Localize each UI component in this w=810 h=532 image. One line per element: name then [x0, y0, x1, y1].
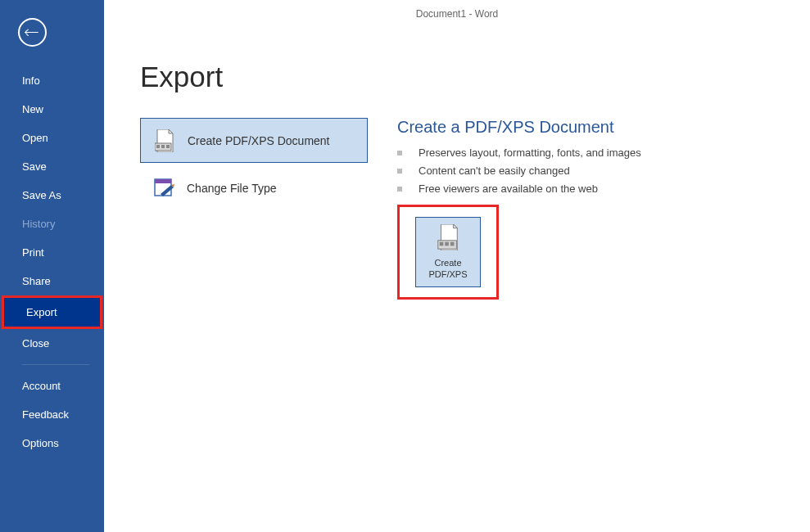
sidebar-item-share[interactable]: Share	[0, 267, 104, 295]
backstage-sidebar: 🡐 Info New Open Save Save As History Pri…	[0, 0, 104, 532]
sidebar-item-options[interactable]: Options	[0, 429, 104, 458]
detail-heading: Create a PDF/XPS Document	[397, 118, 641, 137]
sidebar-item-feedback[interactable]: Feedback	[0, 400, 104, 429]
svg-rect-3	[166, 145, 170, 148]
detail-bullet: Preserves layout, formatting, fonts, and…	[397, 147, 641, 159]
main-panel: Document1 - Word Export Create PDF/XPS D…	[104, 0, 810, 532]
svg-rect-9	[450, 241, 455, 246]
svg-rect-7	[440, 241, 444, 246]
bullet-text: Preserves layout, formatting, fonts, and…	[419, 147, 641, 159]
back-arrow-icon: 🡐	[24, 25, 39, 40]
bullet-text: Content can't be easily changed	[419, 165, 570, 177]
sidebar-item-open[interactable]: Open	[0, 124, 104, 152]
sidebar-item-export[interactable]: Export	[4, 298, 100, 327]
sidebar-item-info[interactable]: Info	[0, 66, 104, 95]
pdf-xps-icon	[153, 128, 176, 153]
option-label: Change File Type	[187, 182, 276, 195]
svg-rect-5	[155, 179, 171, 183]
highlight-box-create-pdf: Create PDF/XPS	[397, 205, 499, 300]
option-change-file-type[interactable]: Change File Type	[140, 165, 368, 210]
back-button[interactable]: 🡐	[18, 18, 47, 47]
change-file-type-icon	[152, 176, 175, 201]
option-label: Create PDF/XPS Document	[188, 134, 330, 147]
page-heading: Export	[140, 61, 810, 93]
sidebar-item-close[interactable]: Close	[0, 329, 104, 358]
sidebar-item-print[interactable]: Print	[0, 238, 104, 267]
sidebar-separator	[22, 364, 89, 365]
highlight-box-export: Export	[2, 295, 102, 329]
svg-rect-8	[445, 241, 449, 246]
bullet-icon	[397, 187, 402, 192]
export-options: Create PDF/XPS Document Change File Type	[140, 118, 368, 300]
export-detail: Create a PDF/XPS Document Preserves layo…	[397, 118, 641, 300]
sidebar-item-account[interactable]: Account	[0, 372, 104, 400]
sidebar-item-save-as[interactable]: Save As	[0, 181, 104, 210]
sidebar-item-new[interactable]: New	[0, 95, 104, 124]
sidebar-item-history: History	[0, 210, 104, 238]
detail-bullet: Content can't be easily changed	[397, 165, 641, 177]
option-create-pdf-xps[interactable]: Create PDF/XPS Document	[140, 118, 368, 163]
bullet-icon	[397, 169, 402, 174]
window-title: Document1 - Word	[104, 0, 810, 20]
pdf-xps-large-icon	[437, 224, 459, 254]
detail-bullet: Free viewers are available on the web	[397, 183, 641, 195]
svg-rect-1	[156, 145, 160, 148]
create-pdf-xps-label: Create PDF/XPS	[416, 258, 480, 281]
bullet-text: Free viewers are available on the web	[419, 183, 598, 195]
bullet-icon	[397, 151, 402, 156]
svg-rect-2	[161, 145, 165, 148]
export-content: Create PDF/XPS Document Change File Type…	[104, 118, 810, 300]
create-pdf-xps-button[interactable]: Create PDF/XPS	[415, 217, 481, 287]
sidebar-item-save[interactable]: Save	[0, 152, 104, 181]
